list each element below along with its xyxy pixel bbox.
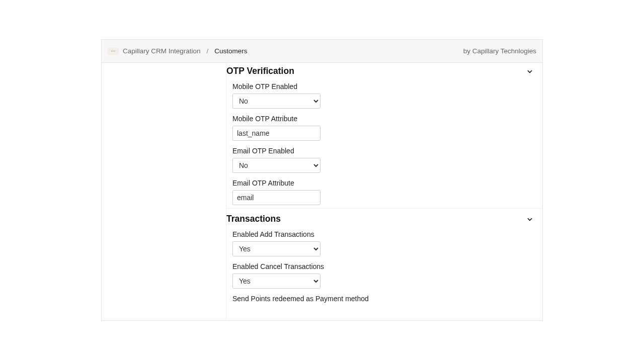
section-transactions: Transactions Enabled Add Transactions Ye…: [226, 208, 542, 313]
field-mobile-otp-attribute: Mobile OTP Attribute: [226, 115, 533, 141]
mobile-otp-attribute-input[interactable]: [232, 126, 320, 141]
section-header-transactions[interactable]: Transactions: [226, 214, 533, 224]
field-label: Enabled Add Transactions: [232, 230, 533, 238]
section-title: Transactions: [226, 214, 281, 224]
section-otp-verification: OTP Verification Mobile OTP Enabled No Y…: [226, 63, 542, 208]
field-label: Email OTP Attribute: [232, 179, 533, 187]
content-area: OTP Verification Mobile OTP Enabled No Y…: [226, 63, 542, 320]
field-label: Mobile OTP Enabled: [232, 82, 533, 90]
field-label: Mobile OTP Attribute: [232, 115, 533, 123]
vendor-logo-icon: ◦◦◦: [108, 48, 119, 55]
field-enabled-cancel-transactions: Enabled Cancel Transactions Yes No: [226, 262, 533, 289]
panel-body: OTP Verification Mobile OTP Enabled No Y…: [102, 63, 542, 320]
chevron-down-icon: [526, 68, 533, 75]
panel-header: ◦◦◦ Capillary CRM Integration / Customer…: [102, 40, 542, 63]
field-label: Enabled Cancel Transactions: [232, 262, 533, 270]
breadcrumb-parent[interactable]: Capillary CRM Integration: [123, 47, 201, 55]
sidebar-spacer: [102, 63, 226, 320]
breadcrumb-separator: /: [207, 47, 209, 55]
field-send-points-payment-method: Send Points redeemed as Payment method: [226, 295, 533, 303]
field-label: Email OTP Enabled: [232, 147, 533, 155]
email-otp-attribute-input[interactable]: [232, 190, 320, 205]
field-email-otp-attribute: Email OTP Attribute: [226, 179, 533, 205]
chevron-down-icon: [526, 216, 533, 223]
field-email-otp-enabled: Email OTP Enabled No Yes: [226, 147, 533, 173]
section-header-otp[interactable]: OTP Verification: [226, 66, 533, 76]
config-panel: ◦◦◦ Capillary CRM Integration / Customer…: [101, 39, 543, 321]
vendor-byline: by Capillary Technlogies: [463, 47, 536, 55]
email-otp-enabled-select[interactable]: No Yes: [232, 158, 320, 173]
cancel-transactions-select[interactable]: Yes No: [232, 274, 320, 289]
breadcrumb-current: Customers: [214, 47, 247, 55]
mobile-otp-enabled-select[interactable]: No Yes: [232, 94, 320, 109]
field-enabled-add-transactions: Enabled Add Transactions Yes No: [226, 230, 533, 256]
breadcrumb: ◦◦◦ Capillary CRM Integration / Customer…: [108, 47, 248, 55]
section-title: OTP Verification: [226, 66, 294, 76]
add-transactions-select[interactable]: Yes No: [232, 241, 320, 256]
field-mobile-otp-enabled: Mobile OTP Enabled No Yes: [226, 82, 533, 109]
field-label: Send Points redeemed as Payment method: [232, 295, 533, 303]
